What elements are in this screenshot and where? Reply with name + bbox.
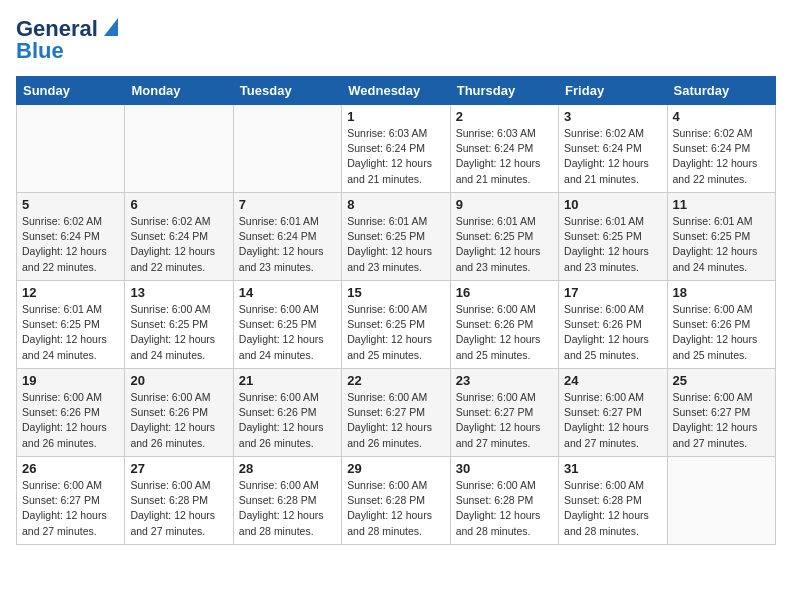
day-details: Sunrise: 6:00 AMSunset: 6:25 PMDaylight:… (347, 302, 444, 363)
day-details: Sunrise: 6:02 AMSunset: 6:24 PMDaylight:… (673, 126, 770, 187)
day-number: 12 (22, 285, 119, 300)
calendar-day-13: 13Sunrise: 6:00 AMSunset: 6:25 PMDayligh… (125, 281, 233, 369)
day-details: Sunrise: 6:00 AMSunset: 6:28 PMDaylight:… (564, 478, 661, 539)
calendar-header-row: SundayMondayTuesdayWednesdayThursdayFrid… (17, 77, 776, 105)
day-details: Sunrise: 6:00 AMSunset: 6:25 PMDaylight:… (130, 302, 227, 363)
day-number: 11 (673, 197, 770, 212)
day-details: Sunrise: 6:00 AMSunset: 6:27 PMDaylight:… (564, 390, 661, 451)
day-details: Sunrise: 6:00 AMSunset: 6:27 PMDaylight:… (673, 390, 770, 451)
day-details: Sunrise: 6:02 AMSunset: 6:24 PMDaylight:… (564, 126, 661, 187)
day-details: Sunrise: 6:00 AMSunset: 6:28 PMDaylight:… (239, 478, 336, 539)
day-details: Sunrise: 6:00 AMSunset: 6:26 PMDaylight:… (130, 390, 227, 451)
day-number: 19 (22, 373, 119, 388)
day-details: Sunrise: 6:00 AMSunset: 6:27 PMDaylight:… (347, 390, 444, 451)
day-details: Sunrise: 6:00 AMSunset: 6:26 PMDaylight:… (239, 390, 336, 451)
day-details: Sunrise: 6:00 AMSunset: 6:27 PMDaylight:… (22, 478, 119, 539)
day-details: Sunrise: 6:00 AMSunset: 6:25 PMDaylight:… (239, 302, 336, 363)
day-number: 4 (673, 109, 770, 124)
day-details: Sunrise: 6:00 AMSunset: 6:26 PMDaylight:… (456, 302, 553, 363)
logo: General Blue (16, 16, 118, 64)
day-details: Sunrise: 6:02 AMSunset: 6:24 PMDaylight:… (130, 214, 227, 275)
calendar-week-row: 1Sunrise: 6:03 AMSunset: 6:24 PMDaylight… (17, 105, 776, 193)
day-number: 3 (564, 109, 661, 124)
day-number: 6 (130, 197, 227, 212)
day-details: Sunrise: 6:00 AMSunset: 6:26 PMDaylight:… (564, 302, 661, 363)
calendar-day-9: 9Sunrise: 6:01 AMSunset: 6:25 PMDaylight… (450, 193, 558, 281)
day-number: 23 (456, 373, 553, 388)
calendar-day-27: 27Sunrise: 6:00 AMSunset: 6:28 PMDayligh… (125, 457, 233, 545)
header: General Blue (16, 16, 776, 64)
calendar-day-25: 25Sunrise: 6:00 AMSunset: 6:27 PMDayligh… (667, 369, 775, 457)
header-day-friday: Friday (559, 77, 667, 105)
day-details: Sunrise: 6:01 AMSunset: 6:24 PMDaylight:… (239, 214, 336, 275)
day-details: Sunrise: 6:03 AMSunset: 6:24 PMDaylight:… (456, 126, 553, 187)
calendar-day-29: 29Sunrise: 6:00 AMSunset: 6:28 PMDayligh… (342, 457, 450, 545)
day-number: 29 (347, 461, 444, 476)
calendar-day-5: 5Sunrise: 6:02 AMSunset: 6:24 PMDaylight… (17, 193, 125, 281)
day-number: 16 (456, 285, 553, 300)
day-number: 2 (456, 109, 553, 124)
calendar-table: SundayMondayTuesdayWednesdayThursdayFrid… (16, 76, 776, 545)
day-number: 24 (564, 373, 661, 388)
logo-icon (100, 18, 118, 36)
calendar-day-22: 22Sunrise: 6:00 AMSunset: 6:27 PMDayligh… (342, 369, 450, 457)
day-number: 9 (456, 197, 553, 212)
day-number: 10 (564, 197, 661, 212)
calendar-day-11: 11Sunrise: 6:01 AMSunset: 6:25 PMDayligh… (667, 193, 775, 281)
day-details: Sunrise: 6:03 AMSunset: 6:24 PMDaylight:… (347, 126, 444, 187)
day-number: 18 (673, 285, 770, 300)
day-number: 5 (22, 197, 119, 212)
day-number: 20 (130, 373, 227, 388)
day-details: Sunrise: 6:00 AMSunset: 6:26 PMDaylight:… (673, 302, 770, 363)
header-day-thursday: Thursday (450, 77, 558, 105)
day-details: Sunrise: 6:00 AMSunset: 6:28 PMDaylight:… (456, 478, 553, 539)
svg-marker-0 (104, 18, 118, 36)
header-day-sunday: Sunday (17, 77, 125, 105)
calendar-day-14: 14Sunrise: 6:00 AMSunset: 6:25 PMDayligh… (233, 281, 341, 369)
calendar-day-2: 2Sunrise: 6:03 AMSunset: 6:24 PMDaylight… (450, 105, 558, 193)
day-details: Sunrise: 6:00 AMSunset: 6:26 PMDaylight:… (22, 390, 119, 451)
day-details: Sunrise: 6:00 AMSunset: 6:28 PMDaylight:… (130, 478, 227, 539)
day-number: 8 (347, 197, 444, 212)
calendar-day-3: 3Sunrise: 6:02 AMSunset: 6:24 PMDaylight… (559, 105, 667, 193)
header-day-monday: Monday (125, 77, 233, 105)
day-details: Sunrise: 6:01 AMSunset: 6:25 PMDaylight:… (564, 214, 661, 275)
day-number: 28 (239, 461, 336, 476)
calendar-empty-cell (233, 105, 341, 193)
day-number: 7 (239, 197, 336, 212)
calendar-day-26: 26Sunrise: 6:00 AMSunset: 6:27 PMDayligh… (17, 457, 125, 545)
day-number: 30 (456, 461, 553, 476)
day-number: 21 (239, 373, 336, 388)
calendar-day-21: 21Sunrise: 6:00 AMSunset: 6:26 PMDayligh… (233, 369, 341, 457)
calendar-day-17: 17Sunrise: 6:00 AMSunset: 6:26 PMDayligh… (559, 281, 667, 369)
calendar-week-row: 26Sunrise: 6:00 AMSunset: 6:27 PMDayligh… (17, 457, 776, 545)
day-number: 17 (564, 285, 661, 300)
calendar-day-4: 4Sunrise: 6:02 AMSunset: 6:24 PMDaylight… (667, 105, 775, 193)
day-number: 13 (130, 285, 227, 300)
calendar-week-row: 12Sunrise: 6:01 AMSunset: 6:25 PMDayligh… (17, 281, 776, 369)
calendar-week-row: 19Sunrise: 6:00 AMSunset: 6:26 PMDayligh… (17, 369, 776, 457)
day-details: Sunrise: 6:00 AMSunset: 6:28 PMDaylight:… (347, 478, 444, 539)
calendar-day-16: 16Sunrise: 6:00 AMSunset: 6:26 PMDayligh… (450, 281, 558, 369)
day-number: 15 (347, 285, 444, 300)
day-number: 22 (347, 373, 444, 388)
header-day-wednesday: Wednesday (342, 77, 450, 105)
calendar-day-23: 23Sunrise: 6:00 AMSunset: 6:27 PMDayligh… (450, 369, 558, 457)
day-number: 25 (673, 373, 770, 388)
calendar-week-row: 5Sunrise: 6:02 AMSunset: 6:24 PMDaylight… (17, 193, 776, 281)
calendar-day-24: 24Sunrise: 6:00 AMSunset: 6:27 PMDayligh… (559, 369, 667, 457)
logo-blue: Blue (16, 38, 64, 64)
header-day-tuesday: Tuesday (233, 77, 341, 105)
calendar-empty-cell (17, 105, 125, 193)
calendar-day-1: 1Sunrise: 6:03 AMSunset: 6:24 PMDaylight… (342, 105, 450, 193)
calendar-empty-cell (667, 457, 775, 545)
day-number: 26 (22, 461, 119, 476)
day-number: 1 (347, 109, 444, 124)
day-number: 14 (239, 285, 336, 300)
calendar-day-6: 6Sunrise: 6:02 AMSunset: 6:24 PMDaylight… (125, 193, 233, 281)
calendar-empty-cell (125, 105, 233, 193)
day-details: Sunrise: 6:01 AMSunset: 6:25 PMDaylight:… (456, 214, 553, 275)
calendar-day-8: 8Sunrise: 6:01 AMSunset: 6:25 PMDaylight… (342, 193, 450, 281)
day-details: Sunrise: 6:01 AMSunset: 6:25 PMDaylight:… (347, 214, 444, 275)
header-day-saturday: Saturday (667, 77, 775, 105)
